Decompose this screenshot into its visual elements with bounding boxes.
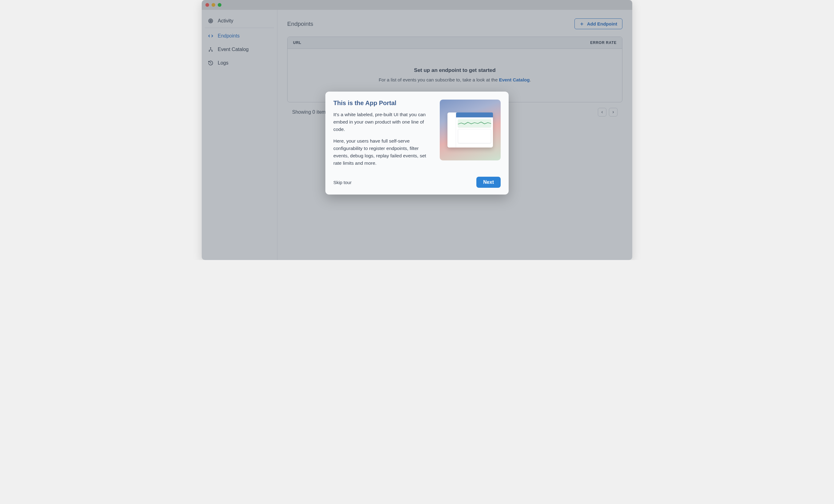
- app-window: Activity Endpoints Event Catalog Logs En…: [202, 0, 632, 260]
- modal-paragraph-1: It's a white labeled, pre-built UI that …: [333, 111, 432, 133]
- sparkline-icon: [458, 119, 491, 127]
- modal-title: This is the App Portal: [333, 99, 432, 107]
- illustration-mini-window: [447, 113, 493, 147]
- modal-illustration: [440, 99, 501, 160]
- modal-paragraph-2: Here, your users have full self-serve co…: [333, 137, 432, 167]
- tour-modal: This is the App Portal It's a white labe…: [325, 92, 509, 194]
- next-button[interactable]: Next: [476, 177, 501, 188]
- skip-tour-button[interactable]: Skip tour: [333, 179, 351, 186]
